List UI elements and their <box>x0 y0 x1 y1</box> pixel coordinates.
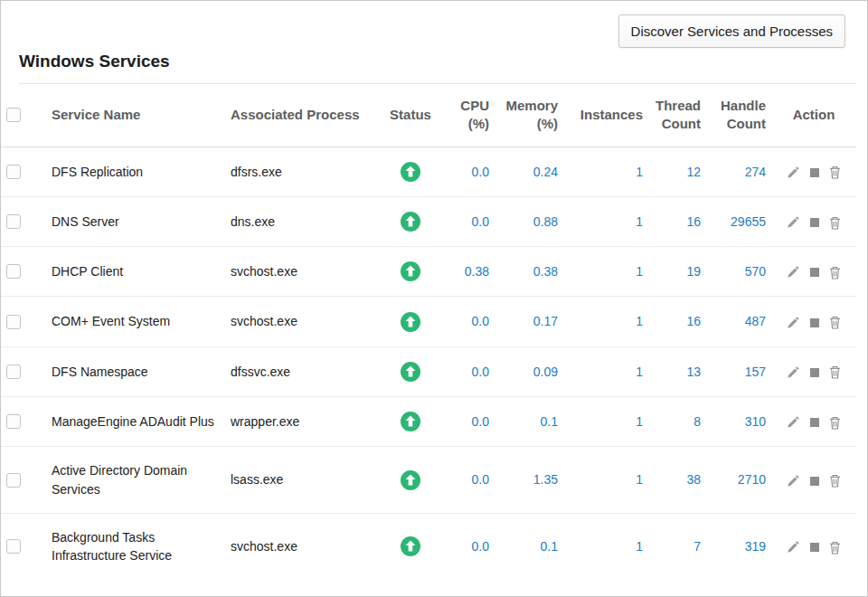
table-row: DFS Replication dfsrs.exe 0.0 0.24 1 12 … <box>1 147 856 196</box>
instances-cell: 1 <box>563 447 648 514</box>
thread-count-cell: 19 <box>648 247 706 297</box>
checkbox-cell <box>1 247 46 297</box>
delete-icon[interactable] <box>829 316 841 329</box>
col-header-service-name: Service Name <box>46 84 225 147</box>
delete-icon[interactable] <box>829 541 841 554</box>
row-checkbox[interactable] <box>6 214 21 229</box>
col-header-memory: Memory (%) <box>495 84 563 147</box>
edit-icon[interactable] <box>787 216 799 229</box>
checkbox-cell <box>1 396 46 446</box>
table-row: COM+ Event System svchost.exe 0.0 0.17 1… <box>1 297 856 346</box>
stop-icon[interactable] <box>810 168 819 177</box>
status-cell <box>381 147 440 196</box>
action-cell <box>771 297 856 346</box>
thread-count-cell: 38 <box>648 447 706 514</box>
edit-icon[interactable] <box>787 541 799 554</box>
delete-icon[interactable] <box>829 416 841 430</box>
memory-cell: 0.88 <box>495 196 563 246</box>
thread-count-cell: 16 <box>648 297 706 346</box>
stop-icon[interactable] <box>810 318 819 327</box>
handle-count-cell: 29655 <box>706 196 771 246</box>
status-cell <box>381 297 440 346</box>
checkbox-cell <box>1 447 46 514</box>
delete-icon[interactable] <box>829 474 841 488</box>
handle-count-cell: 2710 <box>706 447 771 514</box>
checkbox-cell <box>1 513 46 579</box>
stop-icon[interactable] <box>810 268 819 277</box>
associated-process-cell: dns.exe <box>225 196 381 246</box>
service-name-cell: DFS Replication <box>46 147 225 196</box>
delete-icon[interactable] <box>829 365 841 379</box>
thread-count-cell: 13 <box>648 346 706 396</box>
cpu-cell: 0.0 <box>440 147 495 196</box>
col-header-handle-count: Handle Count <box>706 84 771 147</box>
associated-process-cell: svchost.exe <box>225 297 381 346</box>
action-cell <box>771 447 856 514</box>
stop-icon[interactable] <box>810 543 819 552</box>
edit-icon[interactable] <box>787 366 799 379</box>
table-row: ManageEngine ADAudit Plus wrapper.exe 0.… <box>1 396 856 446</box>
row-checkbox[interactable] <box>6 473 21 488</box>
service-name-cell: DFS Namespace <box>46 346 225 396</box>
status-up-icon <box>401 412 420 431</box>
cpu-cell: 0.0 <box>440 196 495 246</box>
row-checkbox[interactable] <box>6 539 21 554</box>
status-up-icon <box>401 470 420 490</box>
topbar: Discover Services and Processes <box>1 1 856 48</box>
action-cell <box>771 247 856 297</box>
table-row: DNS Server dns.exe 0.0 0.88 1 16 29655 <box>1 196 856 246</box>
associated-process-cell: dfssvc.exe <box>225 346 381 396</box>
services-table-body: DFS Replication dfsrs.exe 0.0 0.24 1 12 … <box>1 147 856 579</box>
handle-count-cell: 319 <box>706 513 771 579</box>
handle-count-cell: 487 <box>706 297 771 346</box>
memory-cell: 0.38 <box>495 247 563 297</box>
cpu-cell: 0.0 <box>440 297 495 346</box>
service-name-cell: Active Directory Domain Services <box>46 447 225 514</box>
associated-process-cell: svchost.exe <box>225 247 381 297</box>
stop-icon[interactable] <box>810 368 819 377</box>
row-checkbox[interactable] <box>6 264 21 279</box>
edit-icon[interactable] <box>787 317 799 329</box>
stop-icon[interactable] <box>810 418 819 427</box>
action-cell <box>771 196 856 246</box>
row-checkbox[interactable] <box>6 365 21 379</box>
cpu-cell: 0.0 <box>440 513 495 579</box>
table-row: Active Directory Domain Services lsass.e… <box>1 447 856 514</box>
status-up-icon <box>401 362 420 382</box>
stop-icon[interactable] <box>810 218 819 227</box>
memory-cell: 0.17 <box>495 297 563 346</box>
table-row: DFS Namespace dfssvc.exe 0.0 0.09 1 13 1… <box>1 346 856 396</box>
status-cell <box>381 196 440 246</box>
memory-cell: 1.35 <box>495 447 563 514</box>
row-checkbox[interactable] <box>6 315 21 329</box>
delete-icon[interactable] <box>829 166 841 179</box>
action-cell <box>771 346 856 396</box>
checkbox-cell <box>1 297 46 346</box>
thread-count-cell: 7 <box>648 513 706 579</box>
status-cell <box>381 396 440 446</box>
action-cell <box>771 147 856 196</box>
checkbox-cell <box>1 196 46 246</box>
checkbox-cell <box>1 346 46 396</box>
memory-cell: 0.24 <box>495 147 563 196</box>
edit-icon[interactable] <box>787 166 799 179</box>
stop-icon[interactable] <box>810 477 819 486</box>
service-name-cell: Background Tasks Infrastructure Service <box>46 513 225 579</box>
delete-icon[interactable] <box>829 216 841 230</box>
cpu-cell: 0.38 <box>440 247 495 297</box>
status-up-icon <box>401 212 420 232</box>
row-checkbox[interactable] <box>6 414 21 429</box>
edit-icon[interactable] <box>787 475 799 488</box>
cpu-cell: 0.0 <box>440 346 495 396</box>
table-header-row: Service Name Associated Process Status C… <box>1 84 856 147</box>
col-header-cpu: CPU (%) <box>440 84 495 147</box>
discover-services-button[interactable]: Discover Services and Processes <box>618 14 845 48</box>
delete-icon[interactable] <box>829 266 841 280</box>
page: Discover Services and Processes Windows … <box>1 1 867 579</box>
edit-icon[interactable] <box>787 416 799 429</box>
row-checkbox[interactable] <box>6 165 21 179</box>
cpu-cell: 0.0 <box>440 396 495 446</box>
select-all-checkbox[interactable] <box>6 108 21 122</box>
edit-icon[interactable] <box>787 266 799 279</box>
thread-count-cell: 12 <box>648 147 706 196</box>
